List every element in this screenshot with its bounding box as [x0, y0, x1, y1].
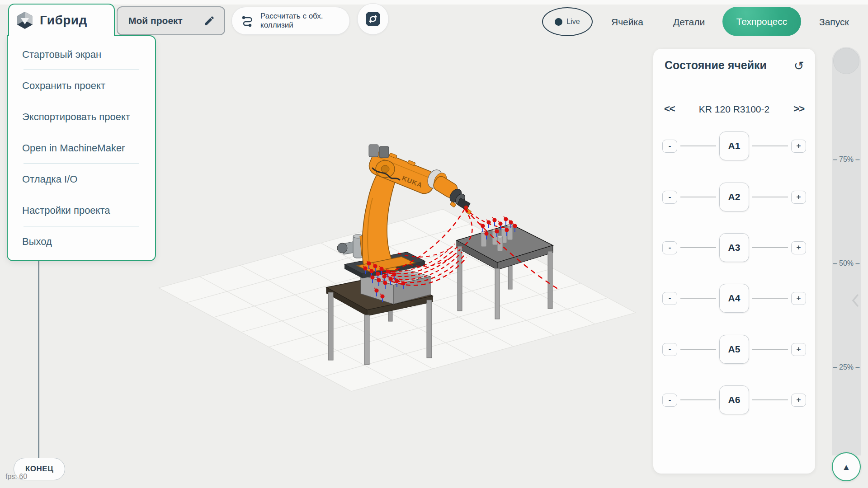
app-logo-text: Гибрид	[40, 13, 87, 28]
menu-item-save-project[interactable]: Сохранить проект	[8, 70, 155, 101]
a1-plus-button[interactable]: +	[791, 140, 806, 153]
a3-axis-button[interactable]: A3	[719, 233, 749, 262]
axis-line	[680, 298, 716, 299]
tab-details[interactable]: Детали	[673, 17, 705, 28]
edit-pencil-icon[interactable]	[203, 15, 215, 27]
a6-minus-button[interactable]: -	[662, 394, 677, 407]
axis-row-a5: - A5 +	[653, 335, 815, 364]
a1-minus-button[interactable]: -	[662, 140, 677, 153]
a6-axis-button[interactable]: A6	[719, 385, 749, 414]
up-triangle-icon: ▲	[842, 463, 851, 471]
menu-item-project-settings[interactable]: Настройки проекта	[8, 195, 155, 226]
axis-line	[680, 197, 716, 197]
zoom-label-75: – 75% –	[832, 155, 861, 164]
project-tab[interactable]: Мой проект	[117, 6, 225, 35]
refresh-icon[interactable]: ↺	[791, 58, 807, 74]
sync-scene-button[interactable]	[357, 3, 389, 35]
a5-axis-button[interactable]: A5	[719, 335, 749, 364]
axis-line	[752, 197, 788, 197]
menu-item-export-project[interactable]: Экспортировать проект	[8, 101, 155, 132]
axis-row-a6: - A6 +	[653, 385, 815, 414]
main-menu: Стартовый экран Сохранить проект Экспорт…	[7, 35, 156, 261]
axis-line	[680, 349, 716, 350]
scroll-up-button[interactable]: ▲	[832, 452, 861, 481]
tab-process-active[interactable]: Техпроцесс	[722, 7, 801, 36]
axis-line	[752, 399, 788, 400]
a5-minus-button[interactable]: -	[662, 343, 677, 356]
project-name: Мой проект	[128, 15, 183, 26]
sync-icon	[365, 11, 381, 27]
hybrid-logo-icon	[15, 11, 34, 30]
fps-counter: fps: 60	[5, 473, 27, 481]
app-menu-tab[interactable]: Гибрид	[8, 4, 115, 36]
axis-line	[752, 247, 788, 248]
axis-line	[680, 399, 716, 400]
a6-plus-button[interactable]: +	[791, 394, 806, 407]
robot-model-name: KR 120 R3100-2	[653, 104, 815, 115]
panel-title: Состояние ячейки	[665, 59, 767, 72]
a3-minus-button[interactable]: -	[662, 241, 677, 254]
axis-line	[752, 145, 788, 146]
a4-plus-button[interactable]: +	[791, 292, 806, 305]
tab-cell[interactable]: Ячейка	[611, 17, 643, 28]
a2-minus-button[interactable]: -	[662, 191, 677, 204]
live-label: Live	[566, 18, 580, 26]
zoom-label-50: – 50% –	[832, 259, 861, 267]
calculate-collisions-label: Рассчитать с обх. коллизий	[260, 12, 349, 30]
live-indicator-dot	[555, 18, 562, 26]
axis-row-a2: - A2 +	[653, 183, 815, 211]
zoom-slider-knob[interactable]	[833, 48, 859, 74]
chevron-left-icon[interactable]	[852, 294, 859, 307]
tab-launch[interactable]: Запуск	[819, 17, 849, 28]
a2-axis-button[interactable]: A2	[719, 183, 749, 211]
menu-item-start-screen[interactable]: Стартовый экран	[8, 39, 155, 70]
top-sheen	[0, 0, 868, 5]
axis-row-a4: - A4 +	[653, 284, 815, 313]
axis-row-a3: - A3 +	[653, 233, 815, 262]
axis-line	[752, 349, 788, 350]
robot-selector: << KR 120 R3100-2 >>	[653, 102, 815, 117]
a3-plus-button[interactable]: +	[791, 241, 806, 254]
zoom-label-25: – 25% –	[832, 363, 861, 371]
a2-plus-button[interactable]: +	[791, 191, 806, 204]
menu-item-open-machinemaker[interactable]: Open in MachineMaker	[8, 132, 155, 164]
cell-state-panel: Состояние ячейки ↺ << KR 120 R3100-2 >> …	[653, 49, 815, 474]
zoom-slider-track[interactable]	[832, 47, 861, 455]
axis-line	[752, 298, 788, 299]
a1-axis-button[interactable]: A1	[719, 131, 749, 160]
route-path-icon	[241, 14, 255, 27]
calculate-collisions-button[interactable]: Рассчитать с обх. коллизий	[231, 7, 350, 35]
menu-item-exit[interactable]: Выход	[8, 226, 155, 258]
axis-line	[680, 145, 716, 146]
menu-item-io-debug[interactable]: Отладка I/O	[8, 164, 155, 195]
menu-connector-line	[38, 261, 39, 458]
a4-minus-button[interactable]: -	[662, 292, 677, 305]
a5-plus-button[interactable]: +	[791, 343, 806, 356]
a4-axis-button[interactable]: A4	[719, 284, 749, 313]
axis-row-a1: - A1 +	[653, 131, 815, 160]
live-toggle[interactable]: Live	[542, 7, 593, 36]
axis-line	[680, 247, 716, 248]
next-robot-button[interactable]: >>	[793, 103, 804, 115]
